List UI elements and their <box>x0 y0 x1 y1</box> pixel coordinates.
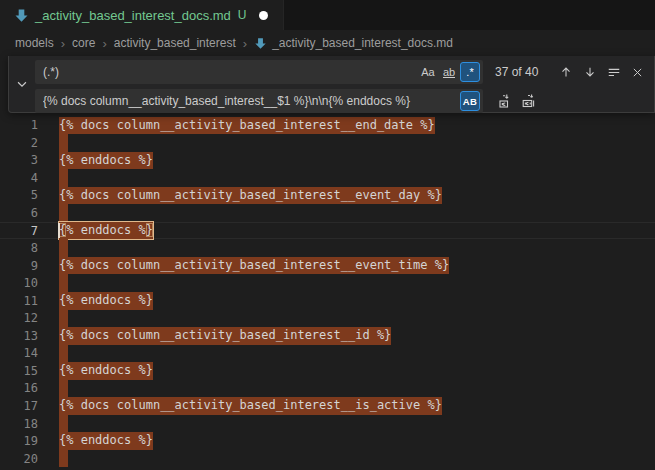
line-number[interactable]: 18 <box>0 417 55 431</box>
code-line-8[interactable]: 8 <box>0 239 655 257</box>
line-content[interactable]: {% docs column__activity_based_interest_… <box>59 187 655 205</box>
line-number[interactable]: 6 <box>0 206 55 220</box>
line-number[interactable]: 16 <box>0 381 55 395</box>
code-line-6[interactable]: 6 <box>0 204 655 222</box>
line-number[interactable]: 4 <box>0 171 55 185</box>
line-number[interactable]: 12 <box>0 311 55 325</box>
code-line-12[interactable]: 12 <box>0 310 655 328</box>
breadcrumb-item-file[interactable]: _activity_based_interest_docs.md <box>254 36 453 50</box>
find-input[interactable]: (.*) Aa ab .* <box>35 60 483 84</box>
line-content[interactable] <box>59 134 655 152</box>
line-number[interactable]: 20 <box>0 452 55 466</box>
find-match-highlight: {% docs column__activity_based_interest_… <box>59 327 391 345</box>
line-number[interactable]: 14 <box>0 346 55 360</box>
line-content[interactable]: {% docs column__activity_based_interest_… <box>59 117 655 135</box>
code-line-4[interactable]: 4 <box>0 169 655 187</box>
line-content[interactable]: {% enddocs %} <box>59 152 655 170</box>
find-match-highlight: {% enddocs %} <box>59 292 153 310</box>
code-line-13[interactable]: 13{% docs column__activity_based_interes… <box>0 327 655 345</box>
find-row: (.*) Aa ab .* 37 of 40 <box>35 60 648 84</box>
code-line-16[interactable]: 16 <box>0 380 655 398</box>
code-line-9[interactable]: 9{% docs column__activity_based_interest… <box>0 257 655 275</box>
find-in-selection-button[interactable] <box>603 62 624 83</box>
line-content[interactable] <box>59 380 655 398</box>
line-number[interactable]: 5 <box>0 188 55 202</box>
code-line-11[interactable]: 11{% enddocs %} <box>0 292 655 310</box>
replace-input[interactable]: {% docs column__activity_based_interest_… <box>35 89 483 113</box>
git-status-badge: U <box>238 8 247 22</box>
find-match-highlight <box>59 450 68 468</box>
line-number[interactable]: 7 <box>0 224 55 238</box>
line-number[interactable]: 13 <box>0 329 55 343</box>
preserve-case-toggle[interactable]: AB <box>460 91 480 111</box>
line-content[interactable] <box>59 450 655 468</box>
code-line-5[interactable]: 5{% docs column__activity_based_interest… <box>0 187 655 205</box>
regex-toggle[interactable]: .* <box>460 62 480 82</box>
code-area[interactable]: 1{% docs column__activity_based_interest… <box>0 56 655 467</box>
line-content[interactable] <box>59 169 655 187</box>
breadcrumb-item-core[interactable]: core <box>72 36 95 50</box>
breadcrumb-item-models[interactable]: models <box>15 36 54 50</box>
code-line-7[interactable]: 7{% enddocs %} <box>0 222 655 240</box>
text-cursor <box>58 223 60 238</box>
code-line-20[interactable]: 20 <box>0 450 655 468</box>
code-line-1[interactable]: 1{% docs column__activity_based_interest… <box>0 117 655 135</box>
line-content[interactable] <box>59 239 655 257</box>
line-number[interactable]: 2 <box>0 136 55 150</box>
line-content[interactable]: {% enddocs %} <box>59 432 655 450</box>
editor-tab[interactable]: _activity_based_interest_docs.md U <box>0 0 284 30</box>
find-replace-widget: (.*) Aa ab .* 37 of 40 <box>8 56 655 113</box>
line-number[interactable]: 3 <box>0 153 55 167</box>
line-content[interactable]: {% enddocs %} <box>59 362 655 380</box>
code-line-19[interactable]: 19{% enddocs %} <box>0 432 655 450</box>
find-match-highlight: {% enddocs %} <box>59 362 153 380</box>
match-case-label: Aa <box>421 66 434 78</box>
line-number[interactable]: 11 <box>0 294 55 308</box>
editor-pane[interactable]: (.*) Aa ab .* 37 of 40 <box>0 56 655 470</box>
breadcrumb-separator: › <box>61 36 65 51</box>
code-line-10[interactable]: 10 <box>0 274 655 292</box>
code-line-14[interactable]: 14 <box>0 345 655 363</box>
code-line-2[interactable]: 2 <box>0 134 655 152</box>
next-match-button[interactable] <box>579 62 600 83</box>
whole-word-toggle[interactable]: ab <box>439 62 459 82</box>
replace-actions <box>491 91 539 112</box>
close-find-button[interactable] <box>627 62 648 83</box>
results-count: 37 of 40 <box>495 65 538 79</box>
breadcrumb-item-folder[interactable]: activity_based_interest <box>114 36 236 50</box>
line-number[interactable]: 15 <box>0 364 55 378</box>
code-line-15[interactable]: 15{% enddocs %} <box>0 362 655 380</box>
find-match-highlight: {% enddocs %} <box>59 152 153 170</box>
replace-all-button[interactable] <box>518 91 539 112</box>
line-content[interactable]: {% enddocs %} <box>59 292 655 310</box>
replace-button[interactable] <box>494 91 515 112</box>
line-content[interactable] <box>59 204 655 222</box>
current-find-match: {% enddocs %} <box>59 222 153 240</box>
line-number[interactable]: 17 <box>0 399 55 413</box>
line-content[interactable] <box>59 274 655 292</box>
line-content[interactable]: {% docs column__activity_based_interest_… <box>59 397 655 415</box>
replace-icon <box>497 93 513 109</box>
line-content[interactable]: {% docs column__activity_based_interest_… <box>59 257 655 275</box>
line-number[interactable]: 1 <box>0 118 55 132</box>
toggle-replace-button[interactable] <box>9 56 35 112</box>
unsaved-dot-icon[interactable] <box>259 11 268 20</box>
line-content[interactable] <box>59 345 655 363</box>
code-line-3[interactable]: 3{% enddocs %} <box>0 152 655 170</box>
match-case-toggle[interactable]: Aa <box>418 62 438 82</box>
find-match-highlight <box>59 310 68 328</box>
line-number[interactable]: 9 <box>0 259 55 273</box>
breadcrumb-separator: › <box>102 36 106 51</box>
code-line-17[interactable]: 17{% docs column__activity_based_interes… <box>0 397 655 415</box>
line-content[interactable] <box>59 415 655 433</box>
code-line-18[interactable]: 18 <box>0 415 655 433</box>
close-icon <box>631 66 644 79</box>
line-content[interactable]: {% enddocs %} <box>59 222 655 240</box>
line-content[interactable]: {% docs column__activity_based_interest_… <box>59 327 655 345</box>
arrow-up-icon <box>559 65 573 79</box>
previous-match-button[interactable] <box>555 62 576 83</box>
line-number[interactable]: 8 <box>0 241 55 255</box>
line-content[interactable] <box>59 310 655 328</box>
line-number[interactable]: 19 <box>0 434 55 448</box>
line-number[interactable]: 10 <box>0 276 55 290</box>
